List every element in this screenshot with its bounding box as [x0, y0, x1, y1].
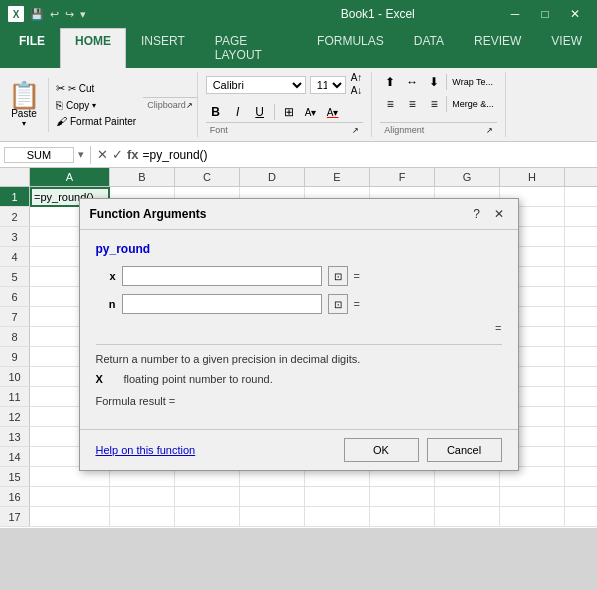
function-name-label: py_round	[96, 242, 502, 256]
title-bar-left: X 💾 ↩ ↪ ▾	[8, 6, 255, 22]
arg-desc-name: X	[96, 373, 116, 385]
font-size-buttons: A↑ A↓	[350, 72, 364, 97]
close-button[interactable]: ✕	[561, 0, 589, 28]
font-expand-icon[interactable]: ↗	[352, 126, 359, 135]
clipboard-group: 📋 Paste ▾ ✂ ✂ Cut ⎘ Copy ▾ 🖌	[0, 72, 198, 137]
format-painter-icon: 🖌	[56, 115, 67, 127]
align-left-button[interactable]: ≡	[380, 94, 400, 114]
formula-bar: ▾ ✕ ✓ fx	[0, 142, 597, 168]
ribbon: FILE HOME INSERT PAGE LAYOUT FORMULAS DA…	[0, 28, 597, 142]
minimize-button[interactable]: ─	[501, 0, 529, 28]
dialog-body: py_round x ⊡ = n ⊡ =	[80, 230, 518, 429]
paste-icon: 📋	[8, 82, 40, 108]
tab-data[interactable]: DATA	[399, 28, 459, 68]
cut-icon: ✂	[56, 82, 65, 95]
bold-button[interactable]: B	[206, 102, 226, 122]
arg-n-row: n ⊡ =	[96, 294, 502, 314]
tab-review[interactable]: REVIEW	[459, 28, 536, 68]
arg-n-collapse-icon: ⊡	[334, 299, 342, 310]
clipboard-expand-icon[interactable]: ↗	[186, 101, 193, 110]
maximize-button[interactable]: □	[531, 0, 559, 28]
cut-button[interactable]: ✂ ✂ Cut	[53, 81, 139, 96]
tab-file[interactable]: FILE	[4, 28, 60, 68]
arg-n-collapse-button[interactable]: ⊡	[328, 294, 348, 314]
ribbon-tab-bar: FILE HOME INSERT PAGE LAYOUT FORMULAS DA…	[0, 28, 597, 68]
underline-button[interactable]: U	[250, 102, 270, 122]
alignment-bottom-row: ≡ ≡ ≡ Merge &...	[380, 94, 497, 114]
paste-button[interactable]: 📋 Paste ▾	[0, 78, 49, 132]
arg-x-collapse-button[interactable]: ⊡	[328, 266, 348, 286]
format-painter-button[interactable]: 🖌 Format Painter	[53, 114, 139, 128]
dialog-close-button[interactable]: ✕	[490, 205, 508, 223]
copy-dropdown[interactable]: ▾	[92, 101, 96, 110]
fill-color-button[interactable]: A▾	[301, 102, 321, 122]
divider	[274, 104, 275, 120]
increase-font-size-button[interactable]: A↑	[350, 72, 364, 84]
divider	[446, 96, 447, 112]
arg-description-row: X floating point number to round.	[96, 373, 502, 385]
arg-x-row: x ⊡ =	[96, 266, 502, 286]
arg-n-equals: =	[354, 298, 360, 310]
font-group-label: Font	[210, 125, 228, 135]
ribbon-content: 📋 Paste ▾ ✂ ✂ Cut ⎘ Copy ▾ 🖌	[0, 68, 597, 141]
font-name-select[interactable]: Calibri	[206, 76, 306, 94]
dialog-titlebar: Function Arguments ? ✕	[80, 199, 518, 230]
arg-x-equals: =	[354, 270, 360, 282]
formula-input[interactable]	[143, 148, 593, 162]
formula-confirm-button[interactable]: ✓	[112, 147, 123, 162]
name-box-dropdown[interactable]: ▾	[78, 148, 84, 161]
align-top-button[interactable]: ⬆	[380, 72, 400, 92]
align-center-button[interactable]: ≡	[402, 94, 422, 114]
tab-page-layout[interactable]: PAGE LAYOUT	[200, 28, 302, 68]
font-group: Calibri 11 A↑ A↓ B I U ⊞ A▾	[198, 72, 373, 137]
function-arguments-dialog: Function Arguments ? ✕ py_round x ⊡ =	[79, 198, 519, 471]
dialog-footer: Help on this function OK Cancel	[80, 429, 518, 470]
tab-view[interactable]: VIEW	[536, 28, 597, 68]
paste-label: Paste	[11, 108, 37, 119]
arg-n-input[interactable]	[122, 294, 322, 314]
align-bottom-button[interactable]: ⬇	[424, 72, 444, 92]
tab-home[interactable]: HOME	[60, 28, 126, 68]
copy-button[interactable]: ⎘ Copy ▾	[53, 98, 139, 112]
wrap-text-button[interactable]: Wrap Te...	[449, 72, 496, 92]
spreadsheet-area: A B C D E F G H 1 =py_round() 2 3 4 5 6 …	[0, 168, 597, 528]
decrease-font-size-button[interactable]: A↓	[350, 85, 364, 97]
merge-button[interactable]: Merge &...	[449, 94, 497, 114]
font-size-select[interactable]: 11	[310, 76, 346, 94]
dialog-help-button[interactable]: ?	[468, 205, 486, 223]
name-box[interactable]	[4, 147, 74, 163]
title-bar: X 💾 ↩ ↪ ▾ Book1 - Excel ─ □ ✕	[0, 0, 597, 28]
dialog-titlebar-controls: ? ✕	[468, 205, 508, 223]
help-link[interactable]: Help on this function	[96, 444, 196, 456]
clipboard-right-section: ✂ ✂ Cut ⎘ Copy ▾ 🖌 Format Painter	[49, 78, 143, 132]
insert-function-button[interactable]: fx	[127, 147, 139, 162]
quick-access-save[interactable]: 💾	[30, 8, 44, 21]
dialog-cancel-button[interactable]: Cancel	[427, 438, 502, 462]
font-color-button[interactable]: A▾	[323, 102, 343, 122]
alignment-label: Alignment	[384, 125, 424, 135]
border-button[interactable]: ⊞	[279, 102, 299, 122]
window-controls: ─ □ ✕	[501, 0, 589, 28]
formula-icons: ✕ ✓ fx	[97, 147, 139, 162]
tab-insert[interactable]: INSERT	[126, 28, 200, 68]
italic-button[interactable]: I	[228, 102, 248, 122]
arg-n-label: n	[96, 298, 116, 310]
copy-icon: ⎘	[56, 99, 63, 111]
quick-access-redo[interactable]: ↪	[65, 8, 74, 21]
alignment-expand-icon[interactable]: ↗	[486, 126, 493, 135]
align-middle-button[interactable]: ↔	[402, 72, 422, 92]
formula-bar-separator	[90, 146, 91, 164]
quick-access-undo[interactable]: ↩	[50, 8, 59, 21]
arg-x-collapse-icon: ⊡	[334, 271, 342, 282]
quick-access-dropdown[interactable]: ▾	[80, 8, 86, 21]
excel-logo-icon: X	[8, 6, 24, 22]
font-controls-bottom: B I U ⊞ A▾ A▾	[206, 102, 343, 122]
paste-dropdown[interactable]: ▾	[22, 119, 26, 128]
formula-result-label: Formula result =	[96, 395, 502, 407]
dialog-ok-button[interactable]: OK	[344, 438, 419, 462]
formula-cancel-button[interactable]: ✕	[97, 147, 108, 162]
arg-x-input[interactable]	[122, 266, 322, 286]
tab-formulas[interactable]: FORMULAS	[302, 28, 399, 68]
align-right-button[interactable]: ≡	[424, 94, 444, 114]
arg-desc-text: floating point number to round.	[124, 373, 273, 385]
